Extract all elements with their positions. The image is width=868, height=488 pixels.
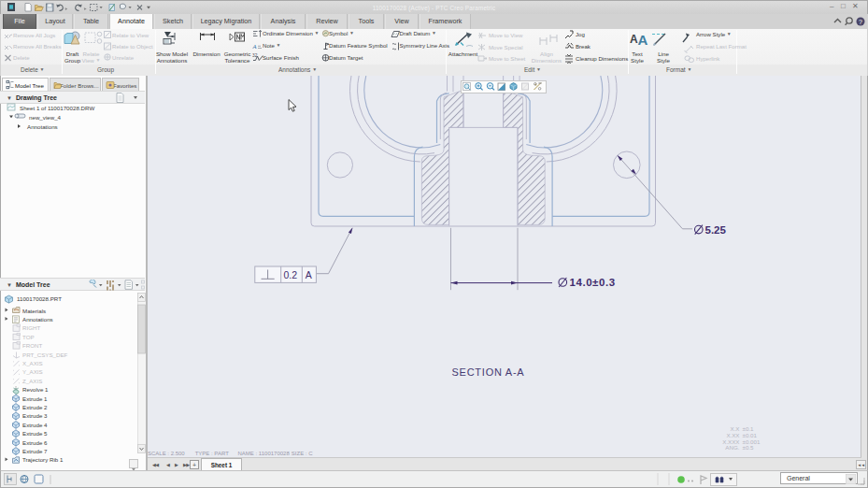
svg-text:X.X: X.X <box>731 425 740 432</box>
svg-text:A: A <box>252 43 257 50</box>
svg-text:5.25: 5.25 <box>705 224 727 236</box>
svg-text:SCALE : 2.500: SCALE : 2.500 <box>148 451 185 456</box>
svg-text:SIZE : C: SIZE : C <box>292 451 313 456</box>
svg-text:NAME : 1100170028: NAME : 1100170028 <box>238 451 291 456</box>
svg-text:±0.1: ±0.1 <box>743 425 755 432</box>
svg-text:?: ? <box>859 19 862 25</box>
svg-text:14.0±0.3: 14.0±0.3 <box>570 277 616 288</box>
svg-text:0.2: 0.2 <box>284 269 298 280</box>
svg-text:A: A <box>306 269 312 280</box>
svg-text:ANG.: ANG. <box>725 444 739 451</box>
svg-text:A: A <box>638 32 648 48</box>
svg-text:SECTION A-A: SECTION A-A <box>452 366 525 378</box>
svg-text:±0.01: ±0.01 <box>743 432 758 438</box>
svg-text:±0.5: ±0.5 <box>743 444 755 451</box>
svg-text:TYPE : PART: TYPE : PART <box>195 451 229 456</box>
svg-text:X.XX: X.XX <box>726 432 739 438</box>
